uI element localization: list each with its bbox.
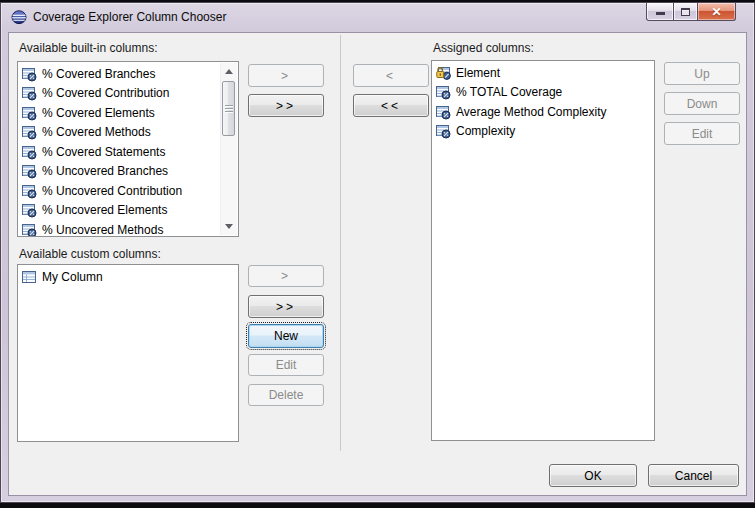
list-item[interactable]: Complexity xyxy=(435,122,654,142)
list-item[interactable]: % Uncovered Branches xyxy=(21,162,218,182)
percent-column-icon xyxy=(21,105,37,121)
percent-column-icon xyxy=(435,84,451,100)
builtin-columns-list[interactable]: % Covered Branches % Covered Contributio… xyxy=(17,61,239,237)
table-column-icon xyxy=(21,269,37,285)
list-item[interactable]: My Column xyxy=(21,267,238,287)
percent-column-icon xyxy=(21,163,37,179)
list-item[interactable]: Average Method Complexity xyxy=(435,102,654,122)
custom-add-all-button[interactable]: >> xyxy=(248,295,324,318)
scrollbar-thumb[interactable] xyxy=(222,81,235,136)
locked-column-icon xyxy=(435,65,451,81)
close-button[interactable]: ✕ xyxy=(698,3,736,21)
minimize-button[interactable] xyxy=(646,3,674,21)
percent-column-icon xyxy=(21,85,37,101)
window-controls: ✕ xyxy=(646,3,736,21)
new-button[interactable]: New xyxy=(248,324,324,348)
percent-column-icon xyxy=(21,202,37,218)
list-item[interactable]: % Uncovered Methods xyxy=(21,220,218,237)
builtin-columns-label: Available built-in columns: xyxy=(19,41,158,55)
cancel-button[interactable]: Cancel xyxy=(648,464,739,487)
custom-add-button[interactable]: > xyxy=(248,265,324,287)
list-item[interactable]: % Covered Methods xyxy=(21,123,218,143)
dialog-client-area: Available built-in columns: % Covered Br… xyxy=(8,32,747,496)
builtin-list-scrollbar[interactable] xyxy=(220,63,237,235)
down-button[interactable]: Down xyxy=(664,92,740,115)
percent-column-icon xyxy=(21,144,37,160)
titlebar[interactable]: Coverage Explorer Column Chooser ✕ xyxy=(1,3,754,32)
window-title: Coverage Explorer Column Chooser xyxy=(33,10,226,24)
screen: Coverage Explorer Column Chooser ✕ Avail… xyxy=(0,0,755,508)
maximize-icon xyxy=(681,8,690,16)
assigned-remove-all-button[interactable]: << xyxy=(353,94,429,117)
scrollbar-up-arrow[interactable] xyxy=(221,63,237,80)
builtin-add-all-button[interactable]: >> xyxy=(248,94,324,117)
custom-columns-label: Available custom columns: xyxy=(19,247,161,261)
percent-column-icon xyxy=(21,183,37,199)
maximize-button[interactable] xyxy=(674,3,698,21)
dialog-window: Coverage Explorer Column Chooser ✕ Avail… xyxy=(0,2,755,503)
percent-column-icon xyxy=(21,124,37,140)
assigned-columns-label: Assigned columns: xyxy=(433,41,534,55)
scrollbar-grip-icon xyxy=(225,105,233,113)
list-item[interactable]: % Covered Statements xyxy=(21,142,218,162)
up-button[interactable]: Up xyxy=(664,62,740,85)
custom-edit-button[interactable]: Edit xyxy=(248,354,324,376)
list-item[interactable]: % Uncovered Elements xyxy=(21,201,218,221)
custom-columns-list[interactable]: My Column xyxy=(17,264,239,442)
close-icon: ✕ xyxy=(711,6,721,18)
list-item[interactable]: % Uncovered Contribution xyxy=(21,181,218,201)
list-item[interactable]: % Covered Branches xyxy=(21,64,218,84)
assigned-remove-button[interactable]: < xyxy=(353,64,429,87)
minimize-icon xyxy=(656,12,665,15)
list-item[interactable]: Element xyxy=(435,63,654,83)
eclipse-app-icon xyxy=(11,9,27,25)
percent-column-icon xyxy=(21,66,37,82)
builtin-add-button[interactable]: > xyxy=(248,64,324,87)
ok-button[interactable]: OK xyxy=(549,464,637,487)
arrow-down-icon xyxy=(225,224,233,229)
separator xyxy=(340,35,341,451)
arrow-up-icon xyxy=(225,69,233,74)
assigned-edit-button[interactable]: Edit xyxy=(664,122,740,145)
list-item[interactable]: % Covered Contribution xyxy=(21,84,218,104)
list-item[interactable]: % Covered Elements xyxy=(21,103,218,123)
assigned-columns-list[interactable]: Element % TOTAL Coverage Average Method … xyxy=(431,60,655,441)
delete-button[interactable]: Delete xyxy=(248,384,324,406)
percent-column-icon xyxy=(435,104,451,120)
percent-column-icon xyxy=(435,123,451,139)
scrollbar-down-arrow[interactable] xyxy=(221,218,237,235)
percent-column-icon xyxy=(21,222,37,237)
list-item[interactable]: % TOTAL Coverage xyxy=(435,83,654,103)
